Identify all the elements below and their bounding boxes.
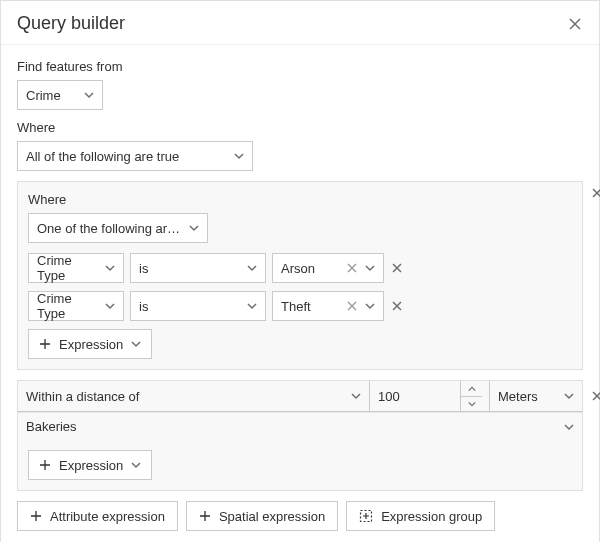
remove-spatial-icon[interactable] (590, 389, 600, 403)
group-match-select[interactable]: One of the following are tr… (28, 213, 208, 243)
plus-icon (39, 459, 51, 471)
field-select[interactable]: Crime Type (28, 291, 124, 321)
add-buttons-row: Attribute expression Spatial expression … (17, 501, 583, 531)
add-expression-label: Expression (59, 458, 123, 473)
clear-value-icon[interactable] (345, 299, 359, 313)
chevron-down-icon (189, 223, 199, 233)
condition-row: Crime Type is Theft (28, 291, 572, 321)
chevron-down-icon (234, 151, 244, 161)
match-select-value: All of the following are true (26, 149, 179, 164)
chevron-down-icon (365, 301, 375, 311)
add-spatial-expression-button[interactable]: Spatial expression (186, 501, 338, 531)
dialog-title: Query builder (17, 13, 125, 34)
condition-row: Crime Type is Arson (28, 253, 572, 283)
plus-icon (30, 510, 42, 522)
dialog-header: Query builder (1, 1, 599, 45)
spatial-top-row: Within a distance of Meters (18, 381, 582, 412)
match-select[interactable]: All of the following are true (17, 141, 253, 171)
chevron-down-icon (365, 263, 375, 273)
close-icon[interactable] (567, 16, 583, 32)
add-expression-label: Expression (59, 337, 123, 352)
chevron-down-icon (84, 90, 94, 100)
chevron-down-icon (351, 391, 361, 401)
chevron-down-icon (105, 301, 115, 311)
clear-value-icon[interactable] (345, 261, 359, 275)
add-attribute-expression-button[interactable]: Attribute expression (17, 501, 178, 531)
plus-icon (199, 510, 211, 522)
add-group-label: Expression group (381, 509, 482, 524)
add-expression-button[interactable]: Expression (28, 329, 152, 359)
remove-row-icon[interactable] (390, 261, 404, 275)
layer-select[interactable]: Crime (17, 80, 103, 110)
value-text: Arson (281, 261, 315, 276)
distance-input-wrap (370, 381, 490, 411)
chevron-down-icon (131, 460, 141, 470)
operator-select[interactable]: is (130, 253, 266, 283)
value-select[interactable]: Theft (272, 291, 384, 321)
chevron-down-icon (105, 263, 115, 273)
where-label: Where (17, 120, 583, 135)
chevron-down-icon (131, 339, 141, 349)
plus-icon (39, 338, 51, 350)
field-select[interactable]: Crime Type (28, 253, 124, 283)
group-icon (359, 509, 373, 523)
spatial-layer-value: Bakeries (26, 419, 77, 434)
chevron-down-icon (564, 391, 574, 401)
spinner-up-icon[interactable] (461, 381, 482, 396)
add-expression-button[interactable]: Expression (28, 450, 152, 480)
operator-value: is (139, 299, 148, 314)
add-expression-group-button[interactable]: Expression group (346, 501, 495, 531)
add-attribute-label: Attribute expression (50, 509, 165, 524)
remove-row-icon[interactable] (390, 299, 404, 313)
field-value: Crime Type (37, 291, 99, 321)
expression-group: Where One of the following are tr… Crime… (17, 181, 583, 370)
field-value: Crime Type (37, 253, 99, 283)
chevron-down-icon (247, 263, 257, 273)
chevron-down-icon (247, 301, 257, 311)
value-select[interactable]: Arson (272, 253, 384, 283)
spatial-relation-value: Within a distance of (26, 389, 139, 404)
find-features-row: Find features from Crime (17, 59, 583, 110)
operator-select[interactable]: is (130, 291, 266, 321)
where-row: Where All of the following are true (17, 120, 583, 171)
operator-value: is (139, 261, 148, 276)
remove-group-icon[interactable] (590, 186, 600, 200)
distance-input[interactable] (370, 381, 460, 411)
layer-select-value: Crime (26, 88, 61, 103)
chevron-down-icon (564, 422, 574, 432)
distance-units-select[interactable]: Meters (490, 381, 582, 411)
spatial-layer-select[interactable]: Bakeries (18, 412, 582, 440)
spatial-expression: Within a distance of Meters (17, 380, 583, 491)
query-builder-dialog: Query builder Find features from Crime W… (0, 0, 600, 542)
value-text: Theft (281, 299, 311, 314)
spatial-relation-select[interactable]: Within a distance of (18, 381, 370, 411)
group-where-label: Where (28, 192, 572, 207)
group-match-value: One of the following are tr… (37, 221, 181, 236)
distance-units-value: Meters (498, 389, 538, 404)
distance-spinner (460, 381, 482, 411)
add-spatial-label: Spatial expression (219, 509, 325, 524)
dialog-body: Find features from Crime Where All of th… (1, 45, 599, 542)
find-features-label: Find features from (17, 59, 583, 74)
spinner-down-icon[interactable] (461, 396, 482, 411)
